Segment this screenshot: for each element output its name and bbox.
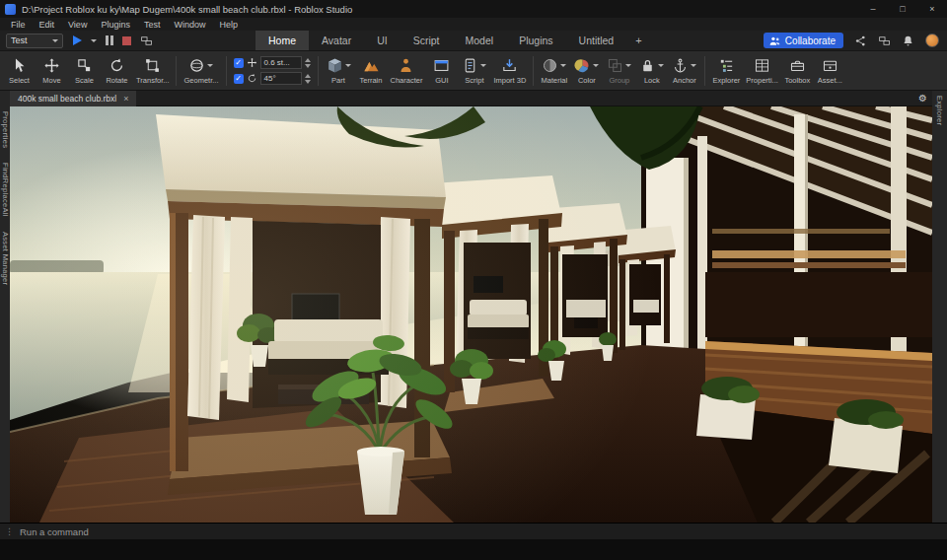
add-tab-button[interactable]: + xyxy=(626,31,650,50)
toolbar: Select Move Scale Rotate Transfor... Geo… xyxy=(0,51,947,91)
close-tab-icon[interactable]: × xyxy=(123,94,128,104)
notifications-bell-icon[interactable] xyxy=(902,35,914,47)
menu-bar: File Edit View Plugins Test Window Help xyxy=(0,18,947,31)
chevron-down-icon xyxy=(593,64,599,70)
title-bar: D:\Project Roblox ku ky\Map Dugem\400k s… xyxy=(0,0,947,18)
tab-script[interactable]: Script xyxy=(401,31,453,50)
minimize-button[interactable]: – xyxy=(858,0,888,18)
people-icon xyxy=(768,35,781,47)
drag-grip-icon[interactable]: ⋮ xyxy=(5,526,14,536)
toolbar-separator xyxy=(318,56,319,86)
tool-move[interactable]: Move xyxy=(36,55,68,86)
cursor-icon xyxy=(11,57,28,74)
tool-group[interactable]: Group xyxy=(603,55,635,86)
tool-script[interactable]: Script xyxy=(458,55,490,86)
tab-ui[interactable]: UI xyxy=(364,31,401,50)
play-button[interactable] xyxy=(73,35,82,45)
play-options-chevron-icon[interactable] xyxy=(91,39,97,45)
import-3d-icon xyxy=(501,57,518,74)
tool-character[interactable]: Character xyxy=(388,55,426,86)
gui-window-icon xyxy=(433,57,450,74)
geometry-icon xyxy=(188,57,205,74)
tool-anchor[interactable]: Anchor xyxy=(668,55,700,86)
terrain-icon xyxy=(363,57,380,74)
close-button[interactable]: × xyxy=(917,0,947,18)
chevron-down-icon xyxy=(625,64,631,70)
tool-color[interactable]: Color xyxy=(570,55,603,86)
tab-home[interactable]: Home xyxy=(255,31,309,50)
move-icon xyxy=(43,57,60,74)
tool-asset-manager[interactable]: Asset... xyxy=(814,55,846,86)
tool-scale[interactable]: Scale xyxy=(68,55,101,86)
viewport-3d-scene xyxy=(10,106,932,523)
move-snap-stepper[interactable] xyxy=(305,58,311,68)
bottom-edge xyxy=(0,539,947,560)
move-snap-input[interactable]: 0.6 st... xyxy=(260,56,302,69)
transform-icon xyxy=(144,57,161,74)
rotate-snap-checkbox[interactable]: ✓ xyxy=(234,74,244,84)
tool-properties[interactable]: Properti... xyxy=(743,55,781,86)
menu-window[interactable]: Window xyxy=(167,20,212,30)
tool-rotate[interactable]: Rotate xyxy=(101,55,133,86)
menu-file[interactable]: File xyxy=(4,20,33,30)
tool-toolbox[interactable]: Toolbox xyxy=(781,55,814,86)
tool-transform[interactable]: Transfor... xyxy=(133,55,172,86)
stop-button[interactable] xyxy=(122,36,131,45)
menu-plugins[interactable]: Plugins xyxy=(94,20,137,30)
tool-terrain[interactable]: Terrain xyxy=(355,55,388,86)
tool-lock[interactable]: Lock xyxy=(635,55,668,86)
ribbon-tab-row: Test Home Avatar UI Script Model Plugins… xyxy=(0,31,947,51)
tab-plugins[interactable]: Plugins xyxy=(506,31,565,50)
tab-model[interactable]: Model xyxy=(453,31,507,50)
dock-tab-properties[interactable]: Properties xyxy=(1,111,10,148)
menu-help[interactable]: Help xyxy=(212,20,245,30)
pause-button[interactable] xyxy=(106,35,113,45)
3d-viewport[interactable] xyxy=(10,106,932,523)
menu-test[interactable]: Test xyxy=(137,20,168,30)
rotate-snap-input[interactable]: 45° xyxy=(260,72,302,85)
user-avatar[interactable] xyxy=(925,34,939,47)
left-dock-strip: Properties FindReplaceAll Asset Manager xyxy=(0,91,10,523)
rotate-snap-stepper[interactable] xyxy=(305,74,311,84)
part-cube-icon xyxy=(327,57,343,74)
tool-import-3d[interactable]: Import 3D xyxy=(490,55,529,86)
group-icon xyxy=(607,57,623,74)
maximize-button[interactable]: □ xyxy=(888,0,917,18)
document-tab-bar: 400k small beach club.rbxl × ⚙ xyxy=(10,91,932,106)
explorer-tree-icon xyxy=(718,57,735,74)
device-emulation-icon[interactable] xyxy=(140,35,153,47)
toolbox-icon xyxy=(789,57,806,74)
tab-avatar[interactable]: Avatar xyxy=(309,31,364,50)
tab-untitled[interactable]: Untitled xyxy=(566,31,627,50)
window-title: D:\Project Roblox ku ky\Map Dugem\400k s… xyxy=(22,4,352,15)
gear-icon[interactable]: ⚙ xyxy=(918,94,927,104)
document-tab[interactable]: 400k small beach club.rbxl × xyxy=(10,91,136,106)
dock-tab-find-replace-all[interactable]: FindReplaceAll xyxy=(1,163,10,217)
command-bar[interactable]: ⋮ Run a command xyxy=(0,523,947,539)
dock-tab-explorer[interactable]: Explorer xyxy=(935,96,944,125)
menu-edit[interactable]: Edit xyxy=(33,20,62,30)
dock-tab-asset-manager[interactable]: Asset Manager xyxy=(1,232,10,285)
anchor-icon xyxy=(672,57,689,74)
properties-grid-icon xyxy=(754,57,770,74)
tool-part[interactable]: Part xyxy=(323,55,355,86)
tool-gui[interactable]: GUI xyxy=(425,55,458,86)
material-sphere-icon xyxy=(542,57,558,74)
tool-geometry[interactable]: Geometr... xyxy=(181,55,221,86)
test-mode-dropdown[interactable]: Test xyxy=(6,34,63,48)
script-icon xyxy=(462,57,478,74)
tool-explorer[interactable]: Explorer xyxy=(709,55,743,86)
share-icon[interactable] xyxy=(854,35,867,47)
collaborate-button[interactable]: Collaborate xyxy=(764,33,843,48)
toolbar-separator xyxy=(533,56,534,86)
move-snap-checkbox[interactable]: ✓ xyxy=(234,58,244,68)
command-input[interactable]: Run a command xyxy=(20,526,89,537)
rotate-snap-icon xyxy=(247,73,257,84)
chevron-down-icon xyxy=(52,39,58,45)
tool-material[interactable]: Material xyxy=(538,55,570,86)
toolbar-separator xyxy=(226,56,227,86)
connect-icon[interactable] xyxy=(878,35,891,47)
menu-view[interactable]: View xyxy=(61,20,94,30)
tool-select[interactable]: Select xyxy=(3,55,36,86)
rotate-icon xyxy=(109,57,125,74)
